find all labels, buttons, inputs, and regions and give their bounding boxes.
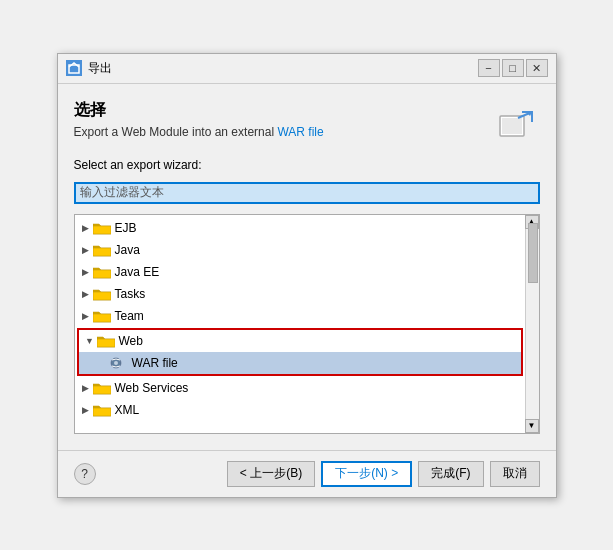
help-button[interactable]: ? — [74, 463, 96, 485]
war-file-icon — [107, 356, 125, 370]
tree-item-web[interactable]: ▼ Web — [79, 330, 521, 352]
svg-rect-4 — [93, 248, 111, 256]
svg-rect-7 — [93, 314, 111, 322]
tree-item-label-webservices: Web Services — [115, 381, 189, 395]
expand-arrow: ▶ — [79, 243, 93, 257]
tree-item-label-ejb: EJB — [115, 221, 137, 235]
svg-rect-11 — [93, 386, 111, 394]
tree-item-label-tasks: Tasks — [115, 287, 146, 301]
folder-icon-team — [93, 309, 111, 323]
expand-arrow: ▶ — [79, 403, 93, 417]
filter-input[interactable] — [74, 182, 540, 204]
scroll-down-button[interactable]: ▼ — [525, 419, 539, 433]
tree-item-webservices[interactable]: ▶ Web Services — [75, 377, 525, 399]
expand-arrow: ▶ — [79, 381, 93, 395]
next-button[interactable]: 下一步(N) > — [321, 461, 412, 487]
svg-rect-6 — [93, 292, 111, 300]
footer-right: < 上一步(B) 下一步(N) > 完成(F) 取消 — [227, 461, 540, 487]
export-icon — [492, 100, 540, 148]
scrollbar-vertical[interactable]: ▲ ▼ — [525, 215, 539, 433]
expand-arrow: ▶ — [79, 287, 93, 301]
tree-item-team[interactable]: ▶ Team — [75, 305, 525, 327]
svg-rect-2 — [502, 118, 522, 134]
expand-arrow: ▶ — [79, 265, 93, 279]
window-icon — [66, 60, 82, 76]
tree-item-warfile[interactable]: WAR file — [79, 352, 521, 374]
folder-icon-javaee — [93, 265, 111, 279]
tree-item-java[interactable]: ▶ Java — [75, 239, 525, 261]
maximize-button[interactable]: □ — [502, 59, 524, 77]
web-highlighted-group: ▼ Web — [77, 328, 523, 376]
folder-icon-java — [93, 243, 111, 257]
tree-item-javaee[interactable]: ▶ Java EE — [75, 261, 525, 283]
tree-container[interactable]: ▶ EJB ▶ Java — [74, 214, 540, 434]
titlebar: 导出 − □ ✕ — [58, 54, 556, 84]
svg-rect-12 — [93, 408, 111, 416]
folder-icon-ejb — [93, 221, 111, 235]
tree-item-tasks[interactable]: ▶ Tasks — [75, 283, 525, 305]
tree-item-xml[interactable]: ▶ XML — [75, 399, 525, 421]
expand-arrow-web: ▼ — [83, 334, 97, 348]
export-dialog: 导出 − □ ✕ 选择 Export a Web Module into an … — [57, 53, 557, 498]
dialog-content: 选择 Export a Web Module into an external … — [58, 84, 556, 450]
window-controls: − □ ✕ — [478, 59, 548, 77]
expand-arrow: ▶ — [79, 221, 93, 235]
tree-item-label-warfile: WAR file — [129, 355, 181, 371]
svg-rect-3 — [93, 226, 111, 234]
tree-item-label-xml: XML — [115, 403, 140, 417]
expand-arrow: ▶ — [79, 309, 93, 323]
scrollbar-thumb[interactable] — [528, 223, 538, 283]
header-section: 选择 Export a Web Module into an external … — [74, 100, 540, 148]
tree-item-label-java: Java — [115, 243, 140, 257]
svg-rect-8 — [97, 339, 115, 347]
finish-button[interactable]: 完成(F) — [418, 461, 483, 487]
filter-label: Select an export wizard: — [74, 158, 540, 172]
minimize-button[interactable]: − — [478, 59, 500, 77]
header-subtitle: Export a Web Module into an external WAR… — [74, 125, 324, 139]
tree-list: ▶ EJB ▶ Java — [75, 215, 539, 423]
folder-icon-xml — [93, 403, 111, 417]
footer-left: ? — [74, 463, 96, 485]
folder-icon-web — [97, 334, 115, 348]
svg-rect-5 — [93, 270, 111, 278]
tree-item-ejb[interactable]: ▶ EJB — [75, 217, 525, 239]
subtitle-before: Export a Web Module into an external — [74, 125, 278, 139]
header-left: 选择 Export a Web Module into an external … — [74, 100, 324, 139]
tree-item-label-web: Web — [119, 334, 143, 348]
cancel-button[interactable]: 取消 — [490, 461, 540, 487]
folder-icon-tasks — [93, 287, 111, 301]
folder-icon-webservices — [93, 381, 111, 395]
tree-item-label-javaee: Java EE — [115, 265, 160, 279]
section-title: 选择 — [74, 100, 324, 121]
tree-item-label-team: Team — [115, 309, 144, 323]
back-button[interactable]: < 上一步(B) — [227, 461, 315, 487]
subtitle-link: WAR file — [277, 125, 323, 139]
close-button[interactable]: ✕ — [526, 59, 548, 77]
svg-point-10 — [114, 361, 118, 365]
window-title: 导出 — [88, 60, 472, 77]
dialog-footer: ? < 上一步(B) 下一步(N) > 完成(F) 取消 — [58, 450, 556, 497]
